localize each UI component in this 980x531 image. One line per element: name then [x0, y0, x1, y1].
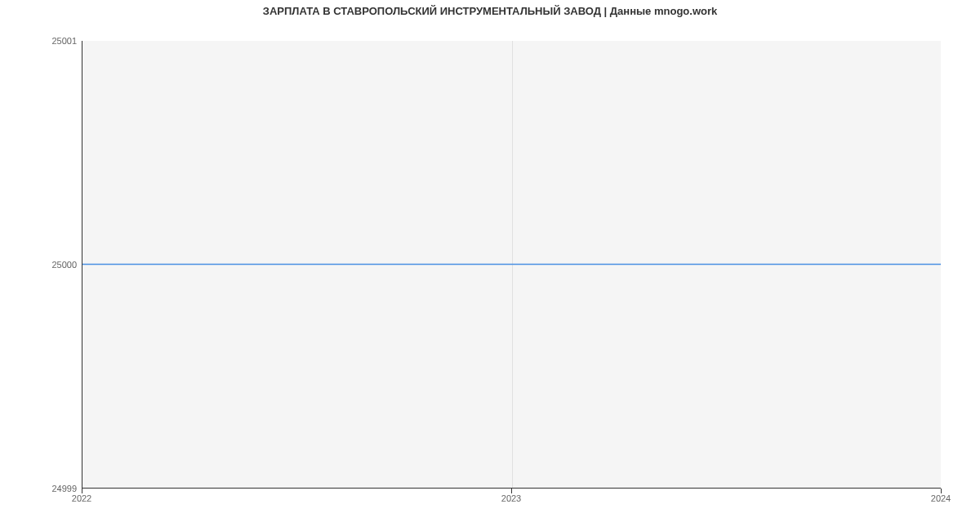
- line-series-layer: [82, 41, 941, 488]
- y-tick-label: 25001: [3, 36, 77, 46]
- chart-title: ЗАРПЛАТА В СТАВРОПОЛЬСКИЙ ИНСТРУМЕНТАЛЬН…: [0, 5, 980, 17]
- y-tick-label: 24999: [3, 484, 77, 493]
- x-tick-label: 2022: [72, 493, 91, 503]
- x-tick-label: 2024: [931, 493, 951, 503]
- chart-container: ЗАРПЛАТА В СТАВРОПОЛЬСКИЙ ИНСТРУМЕНТАЛЬН…: [0, 0, 980, 531]
- plot-area: [82, 41, 941, 489]
- y-tick-label: 25000: [3, 260, 77, 270]
- x-tick-label: 2023: [501, 493, 521, 503]
